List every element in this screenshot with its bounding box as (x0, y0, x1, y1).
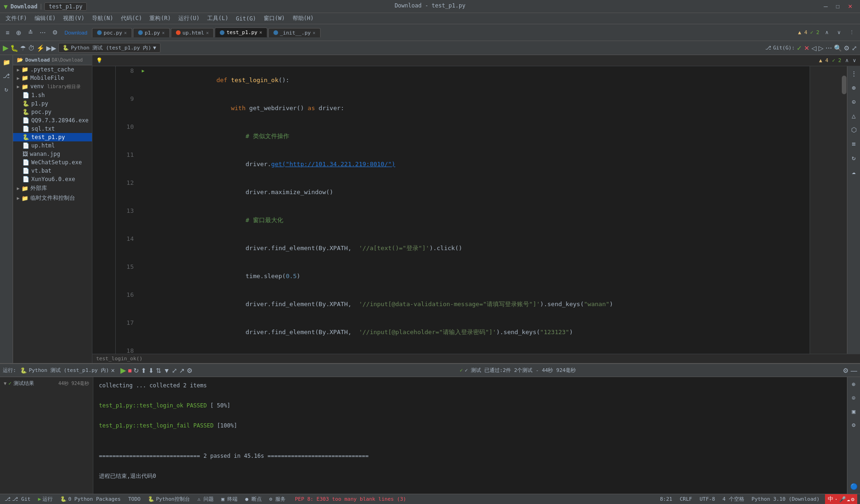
toolbar-btn-settings[interactable]: ⚙ (49, 28, 61, 37)
run-button[interactable]: ▶ (3, 43, 8, 52)
terminal-icon-3[interactable]: ▣ (850, 406, 858, 417)
menu-window[interactable]: 窗口(W) (260, 14, 289, 23)
sidebar-icon-5[interactable]: ⬡ (849, 124, 859, 135)
bottom-next-btn[interactable]: ⬇ (148, 367, 154, 374)
ime-icon-1[interactable]: 中 (828, 495, 833, 503)
git-prev-btn[interactable]: ◁ (811, 44, 817, 52)
commit-icon[interactable]: ⎇ (1, 70, 12, 81)
services-item[interactable]: ⚙ 服务 (267, 496, 287, 503)
breakpoints-item[interactable]: ● 断点 (243, 496, 263, 503)
tree-item-sqltxt[interactable]: 📄 sql.txt (13, 125, 92, 133)
git-next-btn[interactable]: ▷ (818, 44, 824, 52)
sidebar-icon-7[interactable]: ↻ (850, 152, 857, 163)
bottom-settings-btn[interactable]: ⚙ (187, 367, 193, 374)
tree-item-pytest-cache[interactable]: ▶ 📁 .pytest_cache (13, 65, 92, 74)
tree-item-mobilefile[interactable]: ▶ 📁 MobileFile (13, 74, 92, 82)
sidebar-icon-2[interactable]: ⊕ (850, 82, 857, 93)
bottom-prev-btn[interactable]: ⬆ (141, 367, 147, 374)
tab-p1-close[interactable]: × (162, 30, 165, 35)
git-x-btn[interactable]: ✕ (804, 44, 810, 52)
menu-code[interactable]: 代码(C) (117, 14, 146, 23)
settings-bottom-btn[interactable]: ⚙ (843, 367, 849, 374)
profile-button[interactable]: ⏱ (28, 44, 35, 52)
concurrency-button[interactable]: ⚡ (36, 44, 44, 52)
tree-item-p1py[interactable]: 🐍 p1.py (13, 99, 92, 108)
menu-view[interactable]: 视图(V) (59, 14, 88, 23)
scroll-up-btn[interactable]: ∧ (845, 57, 849, 63)
tree-item-external-libs[interactable]: ▶ 📁 外部库 (13, 183, 92, 193)
cursor-position[interactable]: 8:21 (658, 496, 674, 502)
terminal-icon-2[interactable]: ⊙ (850, 392, 858, 403)
bottom-sort-btn[interactable]: ⇅ (156, 367, 161, 374)
scroll-left-btn[interactable]: ∧ (822, 28, 832, 37)
toolbar-btn-download[interactable]: Download (62, 28, 90, 37)
sidebar-icon-3[interactable]: ⊙ (850, 96, 857, 107)
menu-file[interactable]: 文件(F) (2, 14, 31, 23)
menu-help[interactable]: 帮助(H) (289, 14, 318, 23)
tree-item-pocpy[interactable]: 🐍 poc.py (13, 108, 92, 116)
settings-run-btn[interactable]: ⚙ (844, 44, 850, 52)
window-controls[interactable]: Download - test_p1.py ─ □ ✕ (820, 2, 856, 11)
tab-init-close[interactable]: × (313, 30, 315, 35)
tab-test-close[interactable]: × (259, 30, 262, 35)
bottom-export-btn[interactable]: ↗ (179, 367, 185, 374)
menu-git[interactable]: Git(G) (232, 14, 260, 23)
python-version[interactable]: Python 3.10 (Download) (750, 496, 822, 502)
tree-item-vtbat[interactable]: 📄 vt.bat (13, 167, 92, 175)
tree-item-scratch[interactable]: ▶ 📁 临时文件和控制台 (13, 193, 92, 203)
scroll-right-btn[interactable]: ∨ (834, 28, 844, 37)
tree-item-uphtml[interactable]: 📄 up.html (13, 141, 92, 150)
project-icon[interactable]: 📁 (1, 57, 12, 68)
git-more-btn[interactable]: ⋯ (825, 44, 832, 52)
menu-edit[interactable]: 编辑(E) (31, 14, 60, 23)
minimize-panel-btn[interactable]: — (851, 367, 857, 374)
run-coverage-button[interactable]: ☂ (20, 44, 26, 52)
ime-icon-4[interactable]: ☁ (847, 496, 850, 503)
tree-item-qq[interactable]: 📄 QQ9.7.3.28946.exe (13, 116, 92, 125)
terminal-icon-5[interactable]: 🔵 (848, 481, 860, 492)
ime-icon-5[interactable]: ⚙ (851, 496, 854, 503)
ime-icon-2[interactable]: · (834, 496, 838, 503)
tab-up-html[interactable]: up.html × (171, 28, 214, 37)
more-tabs-btn[interactable]: ⋮ (846, 28, 857, 37)
close-button[interactable]: ✕ (844, 2, 856, 11)
tree-item-test-p1py[interactable]: 🐍 test_p1.py (13, 133, 92, 141)
git-status-item[interactable]: ⎇ ⎇ Git (3, 496, 33, 502)
indentation[interactable]: 4 个空格 (720, 496, 746, 503)
sidebar-icon-8[interactable]: ☁ (850, 166, 857, 177)
sidebar-icon-1[interactable]: ⋮ (849, 68, 859, 79)
line-ending[interactable]: CRLF (678, 496, 694, 502)
scroll-down-btn[interactable]: ∨ (853, 57, 856, 63)
run-config-dropdown[interactable]: 🐍 Python 测试 (test_p1.py 内) ▼ (58, 43, 161, 53)
code-content[interactable]: 8 ▶ def test_login_ok(): 9 (116, 66, 810, 354)
tree-item-1sh[interactable]: 📄 1.sh (13, 91, 92, 99)
tree-item-venv[interactable]: ▶ 📁 venv library根目录 (13, 82, 92, 91)
run-status-item[interactable]: ▶ 运行 (36, 496, 55, 503)
bottom-filter-btn[interactable]: ▼ (163, 367, 170, 374)
problems-item[interactable]: ⚠ 问题 (196, 496, 216, 503)
search-btn[interactable]: 🔍 (834, 44, 842, 52)
expand-btn[interactable]: ⤢ (852, 44, 857, 52)
sidebar-icon-6[interactable]: ≡ (850, 138, 857, 149)
terminal-item[interactable]: ▣ 终端 (219, 496, 239, 503)
bottom-close-btn[interactable]: × (111, 367, 115, 374)
menu-refactor[interactable]: 重构(R) (146, 14, 175, 23)
tree-item-wechat[interactable]: 📄 WeChatSetup.exe (13, 158, 92, 167)
tab-poc-py[interactable]: poc.py × (92, 28, 132, 37)
toolbar-btn-4[interactable]: ⋯ (37, 28, 49, 37)
terminal-icon-1[interactable]: ⊕ (850, 379, 858, 390)
debug-button[interactable]: 🐛 (10, 44, 18, 52)
python-packages-item[interactable]: 🐍 0 Python Packages (58, 496, 123, 502)
encoding[interactable]: UTF-8 (698, 496, 717, 502)
python-console-item[interactable]: 🐍 Python控制台 (146, 496, 192, 503)
menu-run[interactable]: 运行(U) (175, 14, 203, 23)
ime-icon-3[interactable]: 🎤 (839, 496, 846, 503)
tree-item-wananjpg[interactable]: 🖼 wanan.jpg (13, 150, 92, 158)
bottom-rerun-btn[interactable]: ↻ (133, 367, 139, 374)
tree-item-xunyou[interactable]: 📄 XunYou6.0.exe (13, 175, 92, 183)
force-run-button[interactable]: ▶▶ (46, 44, 56, 52)
tab-p1-py[interactable]: p1.py × (133, 28, 170, 37)
maximize-button[interactable]: □ (832, 2, 843, 11)
bottom-stop-btn[interactable]: ■ (128, 367, 132, 374)
menu-navigate[interactable]: 导航(N) (88, 14, 117, 23)
